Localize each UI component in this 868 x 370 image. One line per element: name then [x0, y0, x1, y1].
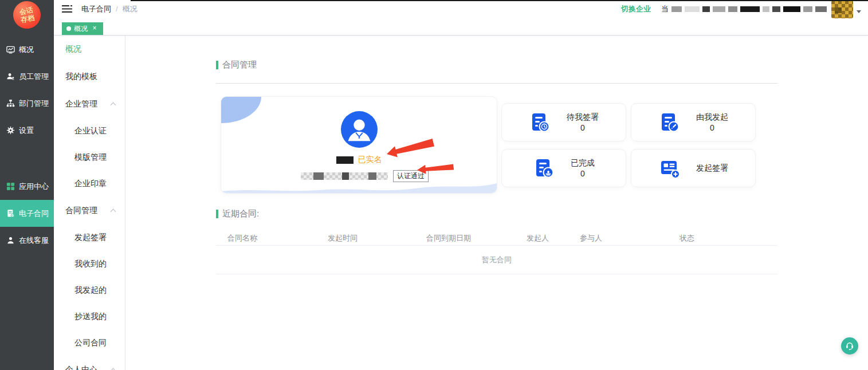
sidebar-item-online-support[interactable]: 在线客服	[0, 227, 54, 254]
tab-active-dot-icon	[66, 26, 71, 31]
sidebar-item-e-contract[interactable]: 电子合同	[0, 200, 54, 227]
sidebar-item-label: 应用中心	[19, 182, 49, 192]
doc-clock-icon	[529, 111, 552, 134]
profile-card: 已实名 认证通过	[221, 96, 497, 194]
departments-icon	[6, 99, 15, 108]
section-accent-bar	[216, 210, 218, 218]
main-column: 电子合同 / 概况 切换企业 当	[54, 0, 868, 370]
menu-item-personal-center[interactable]: 个人中心	[54, 356, 125, 370]
menu-item-template-mgmt[interactable]: 模版管理	[54, 144, 125, 171]
main-content: 合同管理	[125, 36, 868, 370]
doc-stamp-icon	[533, 157, 556, 180]
redacted-text-block	[728, 6, 737, 12]
tab-bar: 概况 ×	[54, 18, 868, 36]
caret-down-icon[interactable]	[857, 10, 861, 13]
stat-card-awaiting-my-signature[interactable]: 待我签署 0	[501, 103, 626, 141]
menu-item-label: 合同管理	[65, 206, 97, 216]
redacted-text-block	[342, 172, 349, 180]
sidebar-item-settings[interactable]: 设置	[0, 117, 54, 144]
tab-overview[interactable]: 概况 ×	[62, 22, 103, 35]
column-header: 参与人	[580, 233, 680, 243]
sidebar-item-label: 员工管理	[19, 72, 49, 82]
menu-item-initiated[interactable]: 我发起的	[54, 277, 125, 304]
stat-label: 待我签署	[567, 112, 599, 123]
app-root: 会话 存档 概况 员工管理 部门管理 设置	[0, 0, 868, 370]
chevron-up-icon	[111, 368, 116, 370]
redacted-text-block	[763, 6, 769, 12]
stat-label: 已完成	[571, 158, 595, 168]
topbar-right: 切换企业 当	[621, 0, 861, 18]
redacted-text-block	[685, 6, 700, 12]
menu-item-label: 我的模板	[65, 72, 97, 82]
sidebar-item-departments[interactable]: 部门管理	[0, 90, 54, 117]
menu-item-enterprise-mgmt[interactable]: 企业管理	[54, 90, 125, 118]
sidebar-item-label: 概况	[19, 45, 34, 55]
menu-item-initiate-sign[interactable]: 发起签署	[54, 225, 125, 251]
column-header: 状态	[680, 233, 777, 243]
app-logo: 会话 存档	[11, 0, 43, 31]
logo-line2: 存档	[20, 14, 35, 24]
section-accent-bar	[216, 61, 218, 69]
stat-label: 由我发起	[696, 112, 728, 123]
menu-item-label: 企业管理	[65, 99, 97, 109]
menu-item-enterprise-cert[interactable]: 企业认证	[54, 118, 125, 144]
support-icon	[6, 236, 15, 245]
sidebar-item-label: 在线客服	[19, 235, 49, 246]
redacted-text-block	[815, 6, 827, 12]
menu-item-label: 我收到的	[74, 259, 107, 269]
stat-card-completed[interactable]: 已完成 0	[501, 149, 626, 187]
switch-enterprise-link[interactable]: 切换企业	[621, 4, 651, 14]
stat-card-grid: 待我签署 0	[501, 103, 756, 194]
menu-item-my-templates[interactable]: 我的模板	[54, 63, 125, 90]
user-avatar-icon	[341, 111, 378, 148]
column-header: 发起人	[527, 233, 580, 243]
divider	[216, 83, 777, 84]
stat-card-start-signing[interactable]: 发起签署	[631, 149, 756, 187]
window-edge-line	[131, 0, 868, 1]
column-header: 发起时间	[328, 233, 426, 243]
menu-item-received[interactable]: 我收到的	[54, 251, 125, 277]
section-title-text: 近期合同:	[222, 208, 259, 219]
contract-icon	[6, 209, 15, 218]
redacted-text-block	[740, 6, 760, 12]
stat-card-initiated-by-me[interactable]: 由我发起 0	[631, 103, 756, 141]
redacted-text-block	[713, 6, 725, 12]
stat-value: 0	[567, 123, 599, 133]
sidebar-item-overview[interactable]: 概况	[0, 36, 54, 63]
customer-service-button[interactable]	[841, 337, 858, 355]
employees-icon	[6, 72, 15, 81]
primary-sidebar: 会话 存档 概况 员工管理 部门管理 设置	[0, 0, 54, 370]
doc-plus-icon	[658, 157, 681, 180]
sidebar-item-employees[interactable]: 员工管理	[0, 63, 54, 90]
redacted-text-block	[671, 6, 682, 12]
section-title-text: 合同管理	[222, 60, 257, 70]
redacted-text-block	[313, 172, 324, 180]
redacted-text-block	[368, 172, 376, 180]
realname-verified-badge: 已实名	[358, 155, 382, 165]
menu-item-cc-me[interactable]: 抄送我的	[54, 304, 125, 330]
menu-item-label: 企业印章	[74, 179, 107, 189]
current-enterprise-label: 当	[661, 4, 827, 14]
section-title-recent-contracts: 近期合同:	[216, 208, 777, 219]
menu-item-company-contracts[interactable]: 公司合同	[54, 330, 125, 356]
close-icon[interactable]: ×	[91, 25, 99, 33]
menu-item-contract-mgmt[interactable]: 合同管理	[54, 197, 125, 225]
avatar[interactable]	[831, 1, 853, 18]
apps-icon	[6, 182, 15, 191]
menu-item-label: 抄送我的	[74, 312, 107, 322]
doc-edit-icon	[658, 111, 681, 134]
breadcrumb-separator: /	[116, 5, 118, 13]
sidebar-spacer	[0, 144, 54, 173]
redacted-name-block	[336, 156, 354, 164]
collapse-menu-icon[interactable]	[62, 5, 72, 13]
menu-item-label: 概况	[65, 44, 81, 54]
column-header: 合同到期日期	[426, 233, 527, 243]
redacted-text-block	[783, 6, 800, 12]
sidebar-item-app-center[interactable]: 应用中心	[0, 173, 54, 200]
headset-icon	[844, 340, 855, 352]
tab-label: 概况	[74, 24, 88, 34]
breadcrumb-root[interactable]: 电子合同	[81, 4, 111, 14]
menu-item-overview[interactable]: 概况	[54, 36, 125, 63]
menu-item-enterprise-seal[interactable]: 企业印章	[54, 171, 125, 197]
chevron-up-icon	[111, 209, 116, 215]
